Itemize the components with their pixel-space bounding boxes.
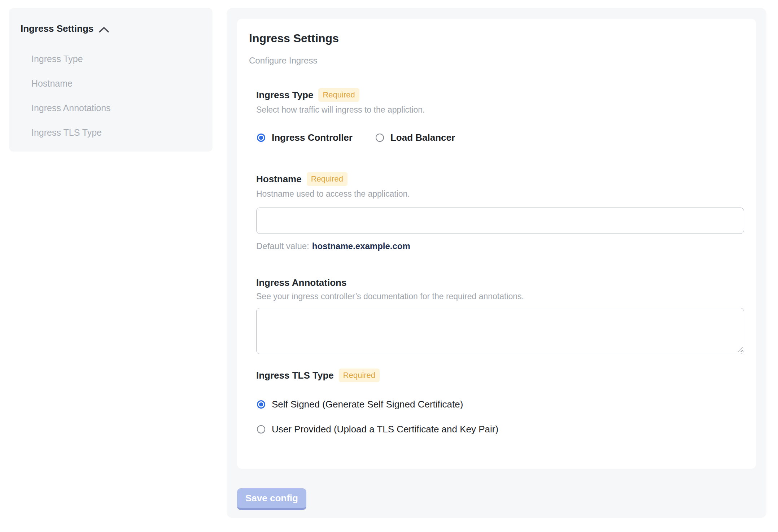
radio-label-ingress-controller: Ingress Controller [272,132,353,143]
ingress-type-label: Ingress Type [256,90,313,101]
radio-label-load-balancer: Load Balancer [390,132,455,143]
sidebar-section-toggle[interactable]: Ingress Settings [21,23,204,34]
radio-button-self-signed[interactable] [257,400,265,409]
ingress-annotations-textarea[interactable] [256,308,744,354]
ingress-annotations-label: Ingress Annotations [256,277,346,288]
ingress-tls-type-label: Ingress TLS Type [256,370,334,381]
radio-label-self-signed: Self Signed (Generate Self Signed Certif… [272,399,463,410]
radio-button-ingress-controller[interactable] [257,134,265,142]
radio-button-user-provided[interactable] [257,425,265,433]
hostname-default-line: Default value:hostname.example.com [256,241,744,251]
default-value-label: Default value: [256,241,309,251]
required-badge: Required [307,172,348,186]
section-hostname: Hostname Required Hostname used to acces… [256,172,744,251]
radio-option-load-balancer[interactable]: Load Balancer [376,132,455,143]
required-badge: Required [339,369,380,382]
section-ingress-annotations: Ingress Annotations See your ingress con… [256,277,744,354]
default-value-text: hostname.example.com [312,241,410,251]
chevron-up-icon [99,26,109,33]
ingress-type-description: Select how traffic will ingress to the a… [256,105,744,115]
radio-option-user-provided[interactable]: User Provided (Upload a TLS Certificate … [257,424,744,435]
radio-button-load-balancer[interactable] [376,134,384,142]
ingress-settings-panel: Ingress Settings Configure Ingress Ingre… [227,8,766,518]
page-subtitle: Configure Ingress [249,56,744,66]
radio-option-ingress-controller[interactable]: Ingress Controller [257,132,353,143]
sidebar-item-ingress-tls-type[interactable]: Ingress TLS Type [31,120,204,145]
ingress-annotations-textarea-wrap [256,308,744,354]
section-ingress-tls-type: Ingress TLS Type Required Self Signed (G… [256,369,744,435]
ingress-tls-radio-group: Self Signed (Generate Self Signed Certif… [257,399,744,435]
sidebar-item-ingress-type[interactable]: Ingress Type [31,47,204,71]
page-title: Ingress Settings [249,31,744,45]
hostname-label: Hostname [256,174,302,185]
hostname-description: Hostname used to access the application. [256,189,744,199]
settings-nav-sidebar: Ingress Settings Ingress Type Hostname I… [9,8,213,152]
ingress-type-radio-group: Ingress Controller Load Balancer [257,132,744,143]
sidebar-item-ingress-annotations[interactable]: Ingress Annotations [31,96,204,120]
hostname-input[interactable] [256,208,744,234]
sidebar-item-hostname[interactable]: Hostname [31,71,204,96]
ingress-annotations-description: See your ingress controller’s documentat… [256,292,744,301]
section-ingress-type: Ingress Type Required Select how traffic… [256,88,744,143]
radio-option-self-signed[interactable]: Self Signed (Generate Self Signed Certif… [257,399,744,410]
ingress-settings-card: Ingress Settings Configure Ingress Ingre… [237,19,756,469]
save-config-button[interactable]: Save config [237,488,306,510]
required-badge: Required [318,88,359,102]
radio-label-user-provided: User Provided (Upload a TLS Certificate … [272,424,498,435]
sidebar-section-title: Ingress Settings [21,23,93,34]
